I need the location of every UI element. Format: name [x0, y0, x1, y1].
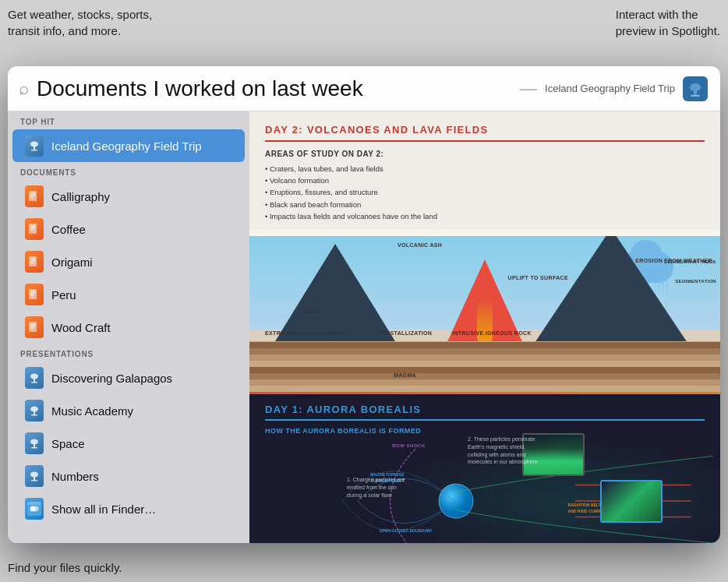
svg-point-30 — [30, 407, 38, 412]
svg-rect-31 — [34, 411, 35, 414]
svg-rect-15 — [29, 256, 37, 266]
pages-icon-woodcraft — [25, 316, 44, 338]
volcano-section: DAY 2: VOLCANOES AND LAVA FIELDS AREAS O… — [249, 111, 720, 230]
finder-icon — [25, 498, 44, 520]
doc-item-peru[interactable]: Peru — [12, 278, 245, 311]
svg-point-36 — [30, 472, 38, 478]
svg-rect-6 — [31, 150, 37, 151]
keynote-icon-galapagos — [25, 367, 44, 389]
doc-woodcraft-label: Wood Craft — [51, 321, 111, 334]
svg-point-33 — [30, 439, 38, 445]
svg-text:BOW SHOCK: BOW SHOCK — [392, 443, 426, 448]
annotation-top-left: Get weather, stocks, sports, transit inf… — [8, 6, 152, 39]
pres-item-numbers[interactable]: Numbers — [12, 460, 245, 492]
bullet-list: Craters, lava tubes, and lava fields Vol… — [265, 163, 705, 222]
areas-title: AREAS OF STUDY ON DAY 2: — [265, 150, 705, 158]
svg-rect-42 — [27, 502, 41, 505]
pres-galapagos-label: Discovering Galapagos — [51, 372, 172, 385]
aurora-title: DAY 1: AURORA BOREALIS — [265, 404, 705, 421]
label-extrusive: EXTRUSIVE IGNEOUS ROCK — [265, 330, 346, 336]
doc-origami-label: Origami — [51, 256, 93, 269]
volcano-diagram: VOLCANIC ASH LAVA UPLIFT TO SURFACE EROS… — [249, 236, 720, 392]
show-all-label: Show all in Finder… — [51, 503, 156, 516]
svg-rect-23 — [29, 322, 37, 332]
label-magma: MAGMA — [394, 372, 416, 378]
svg-text:OPEN-CLOSED BOUNDARY: OPEN-CLOSED BOUNDARY — [380, 528, 433, 533]
svg-rect-19 — [29, 289, 37, 299]
aurora-section: DAY 1: AURORA BOREALIS HOW THE AURORA BO… — [249, 394, 720, 543]
search-bar: ⌕ Documents I worked on last week — Icel… — [8, 66, 720, 111]
doc-item-coffee[interactable]: Coffee — [12, 213, 245, 245]
svg-rect-34 — [34, 444, 35, 447]
lava-flow — [477, 298, 493, 345]
show-all-finder[interactable]: Show all in Finder… — [12, 492, 245, 525]
left-panel: TOP HIT Iceland Geography Field Trip DOC… — [8, 111, 249, 543]
svg-rect-2 — [694, 90, 697, 95]
pres-music-label: Music Academy — [51, 404, 133, 418]
top-hit-item[interactable]: Iceland Geography Field Trip — [12, 129, 245, 162]
label-crystallization: CRYSTALLIZATION — [378, 330, 432, 336]
search-icon: ⌕ — [19, 79, 29, 99]
svg-rect-11 — [29, 224, 37, 234]
svg-point-27 — [30, 374, 38, 379]
label-sedimentary: SEDIMENTARY ROCK — [664, 259, 716, 264]
svg-rect-35 — [31, 447, 37, 449]
pres-space-label: Space — [51, 437, 85, 450]
bullet-3: Eruptions, fissures, and structure — [265, 186, 705, 198]
search-query[interactable]: Documents I worked on last week — [37, 76, 512, 101]
svg-point-1 — [690, 83, 701, 91]
pres-item-space[interactable]: Space — [12, 427, 245, 460]
doc-item-origami[interactable]: Origami — [12, 245, 245, 278]
aurora-text-2: 1. Charged particles are emitted from th… — [347, 476, 405, 499]
label-intrusive: INTRUSIVE IGNEOUS ROCK — [452, 330, 532, 336]
pages-icon-origami — [25, 251, 44, 273]
keynote-icon-numbers — [25, 465, 44, 487]
aurora-diagram: BOW SHOCK MAGNETOPAUSE CURRENT SHEET OPE… — [343, 429, 720, 543]
label-uplift: UPLIFT TO SURFACE — [508, 275, 568, 280]
svg-point-4 — [30, 142, 38, 147]
aurora-text-1: 2. These particles penetrate Earth's mag… — [468, 436, 538, 466]
bullet-1: Craters, lava tubes, and lava fields — [265, 163, 705, 175]
bullet-2: Volcano formation — [265, 175, 705, 186]
volcano-title: DAY 2: VOLCANOES AND LAVA FIELDS — [265, 124, 705, 142]
top-hit-label-text: Iceland Geography Field Trip — [51, 139, 202, 153]
ground-layer — [249, 341, 720, 392]
svg-rect-5 — [34, 146, 35, 150]
keynote-icon — [25, 135, 44, 157]
pages-icon-peru — [25, 284, 44, 305]
bullet-5: Impacts lava fields and volcanoes have o… — [265, 210, 705, 222]
doc-coffee-label: Coffee — [51, 223, 86, 236]
doc-calligraphy-label: Calligraphy — [51, 190, 110, 203]
annotation-top-right: Interact with the preview in Spotlight. — [616, 6, 720, 39]
pres-item-music[interactable]: Music Academy — [12, 394, 245, 427]
doc-item-woodcraft[interactable]: Wood Craft — [12, 311, 245, 344]
keynote-icon-space — [25, 432, 44, 454]
mountain-right — [533, 236, 689, 345]
label-volcanic-ash: VOLCANIC ASH — [398, 242, 442, 248]
svg-point-41 — [34, 506, 39, 512]
doc-item-calligraphy[interactable]: Calligraphy — [12, 180, 245, 213]
keynote-icon-small — [681, 75, 709, 103]
svg-rect-32 — [31, 414, 37, 416]
search-divider: — — [520, 79, 537, 99]
right-panel: DAY 2: VOLCANOES AND LAVA FIELDS AREAS O… — [249, 111, 720, 543]
svg-rect-7 — [29, 191, 37, 201]
pages-icon-coffee — [25, 218, 44, 240]
doc-peru-label: Peru — [51, 288, 76, 302]
pages-icon — [25, 185, 44, 207]
top-hit-label: TOP HIT — [8, 111, 249, 129]
svg-rect-29 — [31, 382, 37, 383]
keynote-icon-music — [25, 400, 44, 422]
svg-rect-37 — [34, 477, 35, 480]
svg-text:RADIATION BELTS: RADIATION BELTS — [568, 503, 604, 507]
svg-rect-3 — [691, 95, 700, 97]
documents-label: DOCUMENTS — [8, 162, 249, 180]
pres-item-galapagos[interactable]: Discovering Galapagos — [12, 362, 245, 394]
label-sedimentation: SEDIMENTATION — [675, 279, 716, 284]
svg-rect-38 — [31, 480, 37, 481]
aurora-thumb-2 — [600, 480, 663, 523]
annotation-bottom-left: Find your files quickly. — [8, 561, 122, 574]
pres-numbers-label: Numbers — [51, 470, 99, 483]
label-lava: LAVA — [302, 309, 317, 314]
preview-content[interactable]: DAY 2: VOLCANOES AND LAVA FIELDS AREAS O… — [249, 111, 720, 543]
